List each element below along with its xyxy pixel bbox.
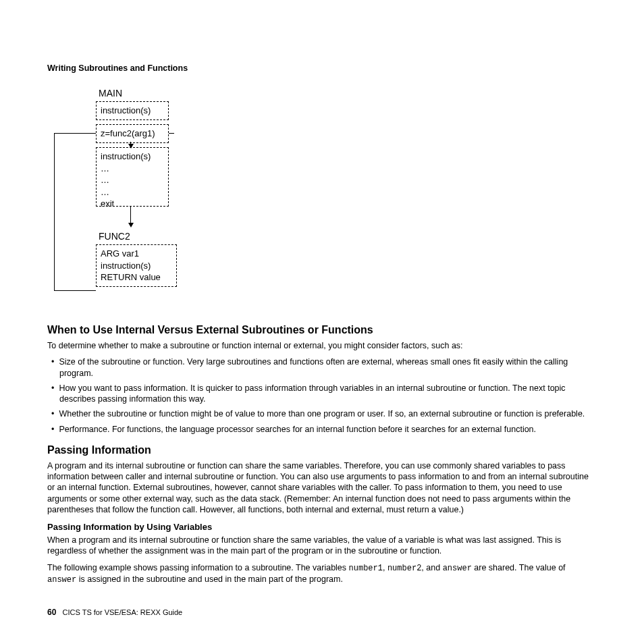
box-instruction-2: instruction(s) … … … exit [96, 147, 169, 207]
page-content: Writing Subroutines and Functions MAIN i… [0, 0, 644, 618]
bullet-item: Size of the subroutine or function. Very… [47, 356, 597, 379]
arrow-down-1 [128, 144, 134, 149]
box4-l3: RETURN value [101, 272, 161, 282]
box-func-call: z=func2(arg1) [96, 124, 169, 143]
box3-l1: instruction(s) [101, 151, 151, 161]
p2b: , [383, 563, 387, 572]
box4-l1: ARG var1 [101, 248, 139, 259]
bullet-item: Performance. For functions, the language… [47, 424, 597, 435]
box1-text: instruction(s) [101, 105, 151, 115]
connector-right [169, 133, 174, 134]
section-heading-when: When to Use Internal Versus External Sub… [47, 324, 597, 336]
func2-label: FUNC2 [99, 231, 130, 242]
box-func2-body: ARG var1 instruction(s) RETURN value [96, 244, 177, 287]
page-number: 60 [47, 608, 56, 617]
main-label: MAIN [99, 88, 122, 99]
code-number2: number2 [387, 564, 421, 573]
section-heading-passing: Passing Information [47, 444, 597, 456]
bullet-item: Whether the subroutine or function might… [47, 408, 597, 419]
bullet-list: Size of the subroutine or function. Very… [47, 356, 597, 435]
box3-l3: … [101, 175, 109, 185]
footer-text: CICS TS for VSE/ESA: REXX Guide [63, 608, 183, 616]
flow-diagram: MAIN instruction(s) z=func2(arg1) instru… [54, 88, 230, 311]
box2-text: z=func2(arg1) [101, 128, 155, 138]
return-top-h [54, 133, 96, 134]
code-number1: number1 [349, 564, 383, 573]
box3-l2: … [101, 163, 109, 173]
section1-intro: To determine whether to make a subroutin… [47, 340, 597, 351]
p2d: are shared. The value of [472, 563, 566, 572]
p2a: The following example shows passing info… [47, 563, 349, 572]
box3-l4: … [101, 187, 109, 197]
section2-para: A program and its internal subroutine or… [47, 460, 597, 515]
p2e: is assigned in the subroutine and used i… [76, 574, 343, 584]
return-bottom-h [54, 290, 96, 291]
subsection-heading-vars: Passing Information by Using Variables [47, 522, 597, 532]
return-left-v [54, 133, 55, 290]
box3-l5: exit [101, 198, 114, 209]
connector-v2 [130, 207, 131, 224]
bullet-item: How you want to pass information. It is … [47, 383, 597, 405]
code-answer2: answer [47, 575, 76, 585]
page-footer: 60 CICS TS for VSE/ESA: REXX Guide [47, 608, 182, 617]
code-answer1: answer [443, 564, 472, 573]
arrow-down-2 [128, 223, 134, 227]
box4-l2: instruction(s) [101, 261, 151, 271]
page-header: Writing Subroutines and Functions [47, 63, 597, 73]
p2c: , and [421, 563, 442, 572]
section3-para1: When a program and its internal subrouti… [47, 535, 597, 557]
section3-para2: The following example shows passing info… [47, 562, 597, 586]
box-instruction-1: instruction(s) [96, 101, 169, 120]
